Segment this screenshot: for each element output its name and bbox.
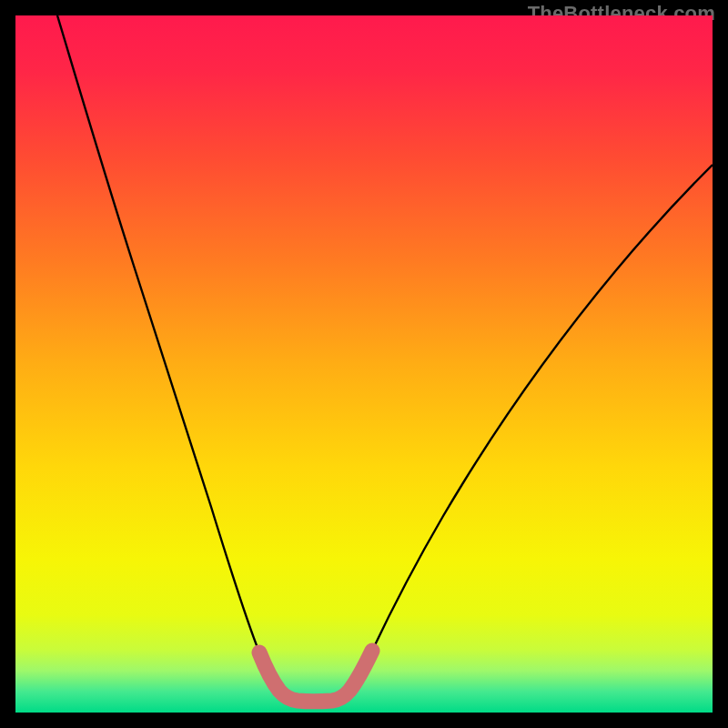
plot-area — [15, 15, 713, 713]
floor-marker — [259, 651, 372, 702]
bottleneck-curve — [57, 15, 713, 702]
chart-frame: TheBottleneck.com — [0, 0, 728, 728]
bottleneck-curve-svg — [15, 15, 713, 713]
